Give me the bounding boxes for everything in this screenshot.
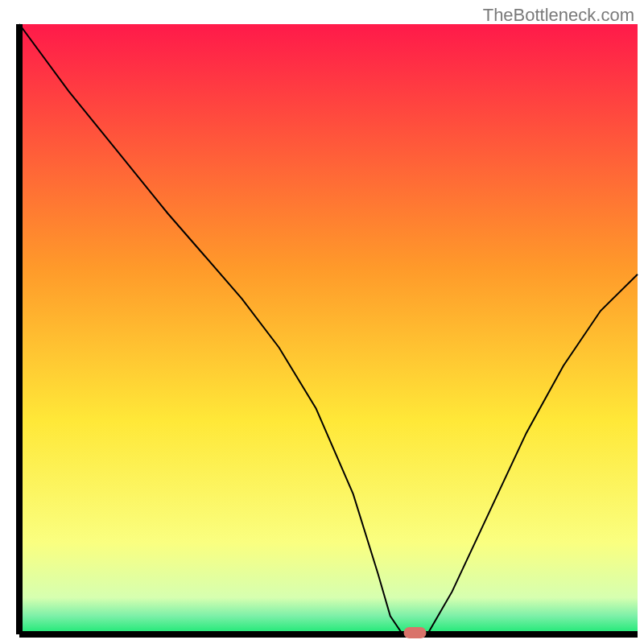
watermark-text: TheBottleneck.com [483, 5, 634, 26]
optimal-point-marker [404, 627, 427, 638]
chart-container: TheBottleneck.com [0, 0, 644, 644]
chart-background [19, 24, 638, 634]
bottleneck-chart [0, 0, 644, 644]
